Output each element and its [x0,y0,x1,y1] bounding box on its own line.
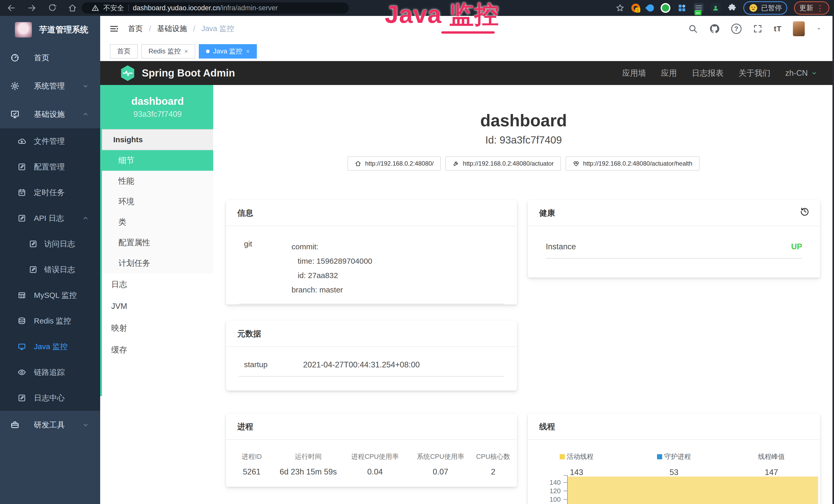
tab-bar: 首页 Redis 监控 × Java 监控 × [100,42,834,61]
item-label: JVM [111,302,127,311]
sidebar-item-config-props[interactable]: 配置属性 [102,232,213,253]
edit-square-icon [29,239,38,248]
extension-person-icon[interactable] [710,3,721,13]
actuator-url-link[interactable]: http://192.168.0.2:48080/actuator [445,156,561,171]
browser-reload-icon[interactable] [48,3,57,13]
close-icon[interactable]: × [246,48,250,55]
sba-nav-applications[interactable]: 应用 [661,68,677,78]
sidebar-item-error-logs[interactable]: 错误日志 [0,257,100,282]
cell-system-cpu: 0.07 [411,467,470,477]
update-browser-button[interactable]: 更新 ⋮ [794,1,829,15]
sidebar-item-access-logs[interactable]: 访问日志 [0,231,100,257]
security-label[interactable]: 不安全 [103,3,124,13]
sidebar-item-label: 配置管理 [34,162,65,172]
sidebar-item-log-center[interactable]: 日志中心 [0,385,100,411]
avatar[interactable] [793,21,805,36]
paused-label: 已暂停 [761,3,782,13]
sidebar-item-java-monitor[interactable]: Java 监控 [0,334,100,360]
sidebar-item-mappings[interactable]: 映射 [102,317,213,339]
sidebar-item-file-management[interactable]: 文件管理 [0,129,100,154]
profile-paused-chip[interactable]: 已暂停 [743,1,787,15]
sidebar-item-dev-tools[interactable]: 研发工具 [0,411,100,439]
locale-select[interactable]: zh-CN [785,69,817,78]
card-title: 信息 [226,200,517,226]
sidebar-item-caches[interactable]: 缓存 [102,339,213,361]
legend-peak-threads: 线程峰值 [723,452,820,461]
sidebar-item-jvm[interactable]: JVM [102,295,213,317]
metadata-row-startup: startup 2021-04-27T00:44:31.254+08:00 [226,347,517,369]
browser-menu-icon[interactable]: ⋮ [816,4,824,13]
col-header: 进程ID [226,452,278,461]
status-badge: UP [791,242,802,251]
extension-switch-icon[interactable]: on [694,3,704,13]
bookmark-star-icon[interactable] [615,3,625,13]
sidebar-item-metrics[interactable]: 性能 [102,171,213,191]
cell-cpu-cores: 2 [470,467,516,477]
service-url-link[interactable]: http://192.168.0.2:48080/ [348,156,441,171]
extension-green-circle-icon[interactable] [661,3,671,13]
browser-forward-icon[interactable] [27,3,37,13]
sidebar-item-home[interactable]: 首页 [0,44,100,72]
breadcrumb-infrastructure[interactable]: 基础设施 [157,24,187,34]
threads-values: 143 53 147 [528,468,820,477]
axis-tick [564,499,567,500]
chevron-down-icon [811,70,817,76]
browser-home-icon[interactable] [68,3,77,13]
address-separator [128,5,129,11]
extension-grid-icon[interactable] [677,3,687,13]
health-url-link[interactable]: http://192.168.0.2:48080/actuator/health [566,156,700,171]
extension-orange-icon[interactable]: 1 [631,4,640,12]
instance-header[interactable]: dashboard 93a3fc7f7409 [102,85,213,129]
close-icon[interactable]: × [184,48,188,55]
sba-brand[interactable]: Spring Boot Admin [120,65,235,82]
history-icon[interactable] [799,206,810,216]
breadcrumb-home[interactable]: 首页 [128,24,143,34]
process-table-headers: 进程ID 运行时间 进程CPU使用率 系统CPU使用率 CPU核心数 [226,452,517,461]
process-table-values: 5261 6d 23h 15m 59s 0.04 0.07 2 [226,467,517,477]
sidebar-item-details[interactable]: 细节 [102,150,213,171]
sidebar-item-scheduled-tasks[interactable]: 定时任务 [0,180,100,205]
extension-pin-icon[interactable] [645,3,656,13]
insights-items: 细节 性能 环境 类 配置属性 计划任务 [102,150,213,273]
instance-detail: dashboard Id: 93a3fc7f7409 http://192.16… [213,85,834,504]
sidebar-item-label: Java 监控 [34,342,68,352]
wrench-icon [453,160,459,167]
address-bar[interactable]: 不安全 dashboard.yudao.iocoder.cn/infra/adm… [82,2,349,14]
sidebar-item-api-logs[interactable]: API 日志 [0,205,100,231]
sidebar-item-scheduled[interactable]: 计划任务 [102,253,213,273]
browser-back-icon[interactable] [7,3,16,13]
sidebar-group-insights[interactable]: Insights [102,129,213,150]
sidebar-item-redis-monitor[interactable]: Redis 监控 [0,308,100,334]
eye-icon [18,368,26,377]
item-label: 类 [118,217,126,228]
sidebar-item-infrastructure[interactable]: 基础设施 [0,100,100,129]
health-card: 健康 Instance UP [528,200,820,278]
font-size-icon[interactable]: tT [774,24,782,33]
sidebar-item-label: 错误日志 [44,265,75,275]
sidebar-item-mysql-monitor[interactable]: MySQL 监控 [0,282,100,308]
item-label: 日志 [111,279,127,290]
hamburger-icon[interactable] [109,24,119,34]
sidebar-item-logs[interactable]: 日志 [102,273,213,295]
github-icon[interactable] [709,23,720,34]
tab-java-monitor[interactable]: Java 监控 × [199,44,257,59]
extensions-puzzle-icon[interactable] [727,3,737,13]
sba-nav-journal[interactable]: 日志报表 [692,68,724,78]
sidebar-item-environment[interactable]: 环境 [102,191,213,212]
annotation-underline [441,31,495,33]
search-icon[interactable] [688,24,698,33]
y-tick-label: 100 [542,496,561,503]
tab-redis-monitor[interactable]: Redis 监控 × [141,44,195,59]
help-icon[interactable]: ? [731,24,742,34]
url-text[interactable]: dashboard.yudao.iocoder.cn/infra/admin-s… [133,4,278,12]
sidebar-item-trace[interactable]: 链路追踪 [0,360,100,385]
tab-home[interactable]: 首页 [110,44,138,59]
app-logo-bar[interactable]: 芋道管理系统 [0,16,100,44]
caret-down-icon[interactable] [816,26,822,31]
sba-nav-about[interactable]: 关于我们 [739,68,770,78]
sidebar-item-classes[interactable]: 类 [102,212,213,232]
sba-nav-wallboard[interactable]: 应用墙 [622,68,646,78]
fullscreen-icon[interactable] [753,24,763,33]
sidebar-item-config-management[interactable]: 配置管理 [0,154,100,180]
sidebar-item-system-management[interactable]: 系统管理 [0,72,100,100]
